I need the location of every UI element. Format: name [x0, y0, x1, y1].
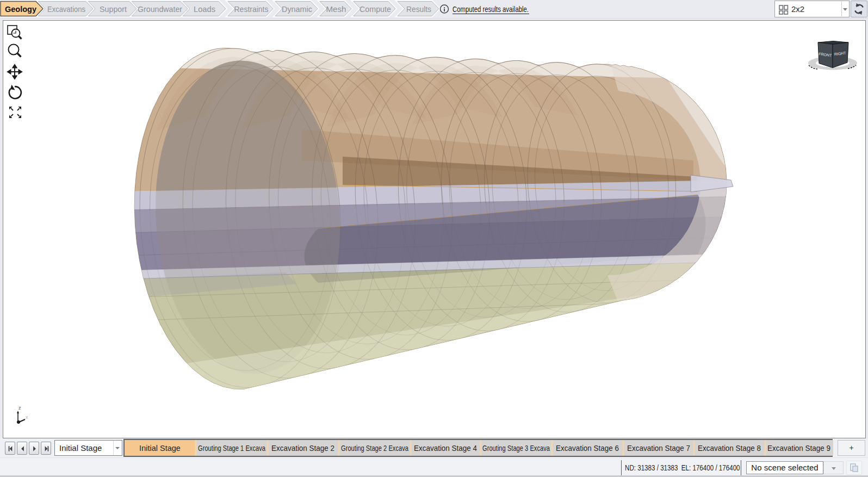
svg-text:Results: Results — [406, 4, 431, 14]
svg-text:Groundwater: Groundwater — [138, 4, 182, 14]
svg-text:Excavation Stage 2: Excavation Stage 2 — [271, 444, 334, 453]
svg-text:Excavation Stage 7: Excavation Stage 7 — [627, 444, 690, 453]
svg-text:Compute: Compute — [359, 4, 391, 14]
svg-text:Excavation Stage 9: Excavation Stage 9 — [767, 444, 830, 453]
svg-text:z: z — [18, 405, 21, 411]
svg-text:Grouting Stage 1 Excava: Grouting Stage 1 Excava — [198, 444, 266, 453]
svg-text:Support: Support — [100, 4, 127, 14]
svg-text:Grouting Stage 2 Excava: Grouting Stage 2 Excava — [341, 444, 409, 453]
svg-text:Grouting Stage 3 Excava: Grouting Stage 3 Excava — [482, 444, 550, 453]
svg-text:Mesh: Mesh — [326, 4, 346, 14]
svg-text:x: x — [26, 414, 28, 420]
svg-text:Initial Stage: Initial Stage — [139, 444, 181, 453]
svg-text:Computed results available.: Computed results available. — [452, 4, 529, 14]
svg-text:Excavation Stage 6: Excavation Stage 6 — [556, 444, 619, 453]
svg-text:Restraints: Restraints — [234, 4, 269, 14]
svg-text:Excavations: Excavations — [47, 4, 85, 14]
svg-text:Geology: Geology — [5, 4, 37, 14]
svg-text:Dynamic: Dynamic — [282, 4, 312, 14]
svg-text:Excavation Stage 8: Excavation Stage 8 — [698, 444, 761, 453]
svg-text:Loads: Loads — [194, 4, 215, 14]
svg-text:Excavation Stage 4: Excavation Stage 4 — [414, 444, 477, 453]
